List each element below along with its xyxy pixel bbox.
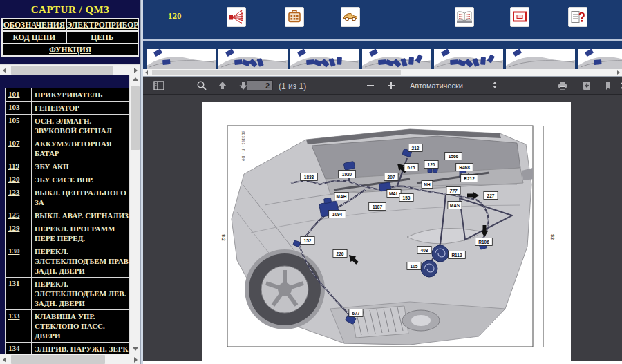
callout-text: 105 bbox=[411, 264, 418, 269]
harness-icon[interactable] bbox=[227, 7, 246, 27]
print-icon[interactable] bbox=[554, 79, 572, 93]
sidebar-hscrollbar-bottom[interactable] bbox=[0, 354, 140, 364]
download-icon[interactable] bbox=[578, 79, 596, 93]
nav-circuit-link[interactable]: ЦЕПЬ bbox=[66, 31, 138, 44]
callout-text: 226 bbox=[337, 251, 344, 256]
callout-text: 1094 bbox=[332, 212, 343, 217]
scrollbar-thumb[interactable] bbox=[152, 70, 401, 75]
callout-text: 212 bbox=[412, 146, 420, 151]
help-icon[interactable] bbox=[568, 7, 587, 27]
sidebar-toggle-icon[interactable] bbox=[150, 79, 168, 93]
page-thumbnail-1[interactable] bbox=[147, 49, 216, 69]
diagram-callout: 677 bbox=[349, 309, 363, 317]
callout-text: 677 bbox=[352, 311, 360, 316]
diagram-callout: 227 bbox=[484, 192, 498, 200]
thumbnail-art bbox=[218, 49, 288, 69]
scrollbar-thumb[interactable] bbox=[131, 86, 140, 150]
book-icon[interactable] bbox=[455, 7, 474, 27]
circuit-code-link[interactable]: 105 bbox=[6, 115, 32, 137]
top-toolbar: 120 bbox=[143, 0, 622, 41]
diagram-callout: NH bbox=[422, 181, 433, 189]
nav-designations-link[interactable]: ОБОЗНАЧЕНИЯ bbox=[2, 19, 66, 31]
callout-text: MAH bbox=[337, 194, 347, 199]
diagram-callout: 1566 bbox=[445, 153, 462, 160]
diagram-callout: 1838 bbox=[301, 173, 318, 181]
callout-text: NH bbox=[424, 182, 431, 187]
car-icon[interactable] bbox=[341, 7, 360, 27]
scroll-left-icon[interactable] bbox=[144, 69, 151, 76]
callout-text: R112 bbox=[451, 253, 462, 258]
search-icon[interactable] bbox=[193, 79, 211, 93]
diagram-callout: R106 bbox=[475, 238, 493, 246]
nav-function-link[interactable]: ФУНКЦИЯ bbox=[2, 44, 138, 56]
thumbnail-scrollbar[interactable] bbox=[143, 69, 622, 77]
thumbnail-art bbox=[290, 49, 359, 69]
nav-circuit-code-link[interactable]: КОД ЦЕПИ bbox=[2, 31, 66, 44]
zoom-mode-select[interactable]: Автоматически bbox=[404, 79, 502, 93]
circuit-code-link[interactable]: 129 bbox=[6, 222, 32, 245]
circuit-name: ЭБУ АКП bbox=[32, 160, 130, 173]
scroll-left-icon[interactable] bbox=[0, 65, 10, 75]
scroll-up-icon[interactable] bbox=[130, 75, 140, 85]
connector-icon-art bbox=[286, 8, 303, 26]
circuit-code-link[interactable]: 123 bbox=[6, 186, 32, 209]
scroll-left-icon[interactable] bbox=[0, 354, 10, 364]
circuit-row: 105ОСН. ЭЛМАГН. ЗВУКОВОЙ СИГНАЛ bbox=[6, 115, 130, 137]
pdf-canvas-area[interactable]: SE3153 - R - D0 8-2 S2 bbox=[143, 95, 622, 361]
callout-text: 1838 bbox=[304, 175, 314, 180]
bookmark-icon[interactable] bbox=[599, 79, 617, 93]
page-thumbnail-6[interactable] bbox=[506, 49, 575, 69]
sidebar-nav: ОБОЗНАЧЕНИЯ ЭЛЕКТРОПРИБОРЫ КОД ЦЕПИ ЦЕПЬ… bbox=[1, 18, 139, 57]
callout-text: 227 bbox=[487, 193, 495, 198]
doc-ref-label: SE3153 - R - D0 bbox=[241, 131, 245, 161]
circuit-row: 130ПЕРЕКЛ. ЭЛСТЕКЛПОДЪЕМ ПРАВ. ЗАДН. ДВЕ… bbox=[6, 245, 130, 278]
diagram-callout: R112 bbox=[449, 251, 466, 259]
circuit-code-link[interactable]: 130 bbox=[6, 245, 32, 277]
circuit-row: 125ВЫКЛ. АВАР. СИГНАЛИЗ. bbox=[6, 209, 130, 222]
circuit-code-link[interactable]: 133 bbox=[6, 310, 32, 342]
diagram-callout: MAH bbox=[334, 193, 348, 200]
scrollbar-thumb[interactable] bbox=[11, 355, 105, 364]
circuit-code-link[interactable]: 107 bbox=[6, 137, 32, 160]
sidebar-hscrollbar-top[interactable] bbox=[0, 64, 140, 75]
wiring-diagram-art: SE3153 - R - D0 8-2 S2 bbox=[202, 102, 571, 360]
diagram-callout: 1094 bbox=[329, 211, 346, 218]
scroll-right-icon[interactable] bbox=[130, 65, 140, 75]
circuit-code-link[interactable]: 134 bbox=[6, 343, 32, 354]
page-thumbnail-5[interactable] bbox=[434, 49, 503, 69]
book-icon-art bbox=[456, 8, 473, 26]
page-up-icon[interactable] bbox=[214, 79, 232, 93]
scroll-right-icon[interactable] bbox=[130, 354, 140, 364]
diagram-callout: 1187 bbox=[369, 203, 386, 211]
zoom-out-icon[interactable] bbox=[361, 79, 379, 93]
circuit-row: 119ЭБУ АКП bbox=[6, 160, 130, 173]
circuit-row: 123ВЫКЛ. ЦЕНТРАЛЬНОГО ЗА bbox=[6, 186, 130, 209]
scroll-right-icon[interactable] bbox=[614, 69, 621, 76]
schematic-frame-icon[interactable] bbox=[510, 7, 529, 27]
circuit-code-link[interactable]: 103 bbox=[6, 102, 32, 114]
circuit-code-link[interactable]: 101 bbox=[6, 88, 32, 101]
sidebar-vscrollbar[interactable] bbox=[129, 75, 140, 354]
circuit-code-link[interactable]: 120 bbox=[6, 173, 32, 186]
page-thumbnail-3[interactable] bbox=[290, 49, 359, 69]
secondary-toolbar-icon[interactable] bbox=[616, 79, 622, 93]
circuit-name: ВЫКЛ. ЦЕНТРАЛЬНОГО ЗА bbox=[32, 186, 130, 209]
callout-text: 152 bbox=[304, 238, 312, 243]
circuit-code-link[interactable]: 119 bbox=[6, 160, 32, 173]
circuit-code-link[interactable]: 131 bbox=[6, 278, 32, 309]
nav-electric-devices-link[interactable]: ЭЛЕКТРОПРИБОРЫ bbox=[66, 19, 138, 31]
diagram-callout: MAL bbox=[387, 190, 401, 198]
page-number-input[interactable] bbox=[247, 80, 273, 90]
scroll-down-icon[interactable] bbox=[130, 343, 140, 354]
diagram-callout: 777 bbox=[446, 187, 460, 195]
help-icon-art bbox=[569, 8, 586, 26]
zoom-in-icon[interactable] bbox=[382, 79, 400, 93]
connector-icon[interactable] bbox=[285, 7, 304, 27]
thumbnail-art bbox=[434, 49, 503, 69]
circuit-code-link[interactable]: 125 bbox=[6, 209, 32, 222]
page-thumbnail-4[interactable] bbox=[362, 49, 431, 69]
pdf-viewer: (1 из 1) Автоматически bbox=[143, 77, 622, 364]
page-thumbnail-2[interactable] bbox=[218, 49, 288, 69]
page-thumbnail-7[interactable] bbox=[578, 49, 622, 69]
scrollbar-thumb[interactable] bbox=[11, 66, 113, 75]
